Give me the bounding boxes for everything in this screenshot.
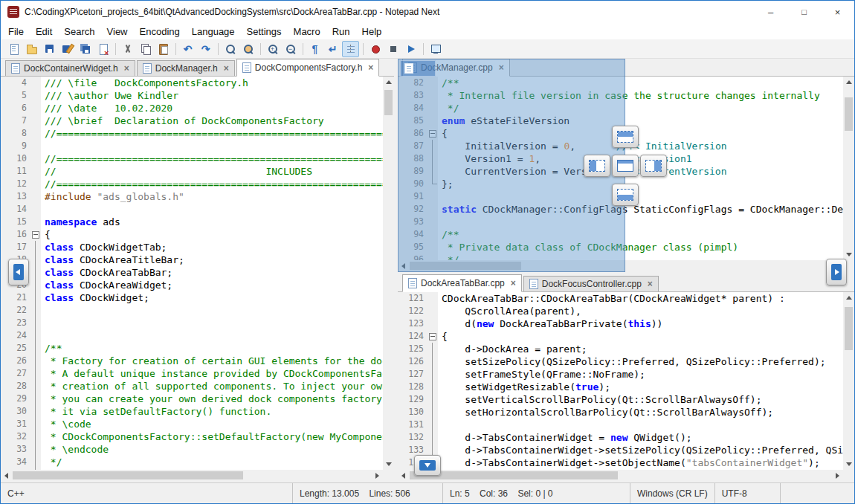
code-line: 12//====================================…	[1, 178, 383, 190]
tab-DockManager.h[interactable]: DockManager.h×	[137, 60, 235, 76]
code-area[interactable]: 121CDockAreaTabBar::CDockAreaTabBar(CDoc…	[398, 292, 843, 470]
tab-close-icon[interactable]: ×	[224, 64, 229, 73]
code-line: 129 setVerticalScrollBarPolicy(Qt::Scrol…	[398, 393, 843, 406]
code-area[interactable]: 4/// \file DockComponentsFactory.h5/// \…	[1, 77, 383, 470]
dock-edge-bottom-icon	[419, 460, 436, 471]
code-text	[41, 140, 45, 152]
scroll-down-arrow[interactable]	[843, 459, 854, 470]
fold-margin	[30, 355, 41, 367]
vertical-scroll-thumb[interactable]	[384, 90, 393, 115]
menu-encoding[interactable]: Encoding	[134, 25, 186, 39]
scroll-right-arrow[interactable]	[832, 470, 843, 481]
replace-button[interactable]	[239, 41, 256, 57]
scroll-up-arrow[interactable]	[843, 77, 854, 88]
tab-DockContainerWidget.h[interactable]: DockContainerWidget.h×	[5, 60, 135, 76]
code-text: class CDockAreaTabBar;	[41, 266, 172, 279]
find-button[interactable]	[222, 41, 239, 57]
status-eol-format[interactable]: Windows (CR LF)	[630, 483, 714, 503]
menu-view[interactable]: View	[101, 25, 134, 39]
copy-button[interactable]	[137, 41, 154, 57]
scroll-right-arrow[interactable]	[372, 470, 383, 481]
scroll-left-arrow[interactable]	[398, 470, 409, 481]
tab-close-icon[interactable]: ×	[124, 64, 129, 73]
redo-button[interactable]: ↷	[197, 41, 214, 57]
fold-marker-icon[interactable]	[30, 228, 41, 241]
top-right-vertical-scrollbar[interactable]	[843, 77, 854, 260]
drop-indicator-edge-left[interactable]	[8, 259, 29, 285]
menu-macro[interactable]: Macro	[288, 25, 326, 39]
fold-margin	[30, 342, 41, 355]
tab-DockFocusController.cpp[interactable]: DockFocusController.cpp×	[523, 276, 659, 291]
bottom-right-editor[interactable]: 121CDockAreaTabBar::CDockAreaTabBar(CDoc…	[398, 292, 854, 481]
tab-close-icon[interactable]: ×	[648, 280, 653, 288]
indent-guide-button[interactable]	[342, 41, 359, 57]
drop-indicator-bottom[interactable]	[612, 184, 639, 206]
scroll-left-arrow[interactable]	[1, 470, 12, 481]
menu-file[interactable]: File	[2, 25, 30, 39]
save-all-button[interactable]	[77, 41, 94, 57]
title-bar[interactable]: C:\CodingXP\cetoni_projects_64bit\QtAdva…	[1, 1, 854, 23]
status-encoding[interactable]: UTF-8	[714, 483, 780, 503]
stop-recording-button[interactable]	[384, 41, 401, 57]
vertical-scroll-thumb[interactable]	[845, 307, 853, 350]
new-file-button[interactable]	[5, 41, 22, 57]
left-vertical-scrollbar[interactable]	[383, 77, 394, 470]
tab-close-icon[interactable]: ×	[511, 279, 516, 288]
fold-margin	[30, 291, 41, 304]
paste-button[interactable]	[155, 41, 172, 57]
replace-icon	[242, 43, 254, 55]
scroll-up-arrow[interactable]	[383, 77, 394, 88]
menu-run[interactable]: Run	[326, 25, 356, 39]
bottom-right-horizontal-scrollbar[interactable]	[398, 470, 843, 481]
line-number: 125	[398, 343, 428, 355]
line-number: 16	[1, 228, 30, 241]
scroll-up-arrow[interactable]	[843, 292, 854, 303]
zoom-out-button[interactable]	[282, 41, 299, 57]
fold-marker-icon[interactable]	[428, 330, 438, 343]
horizontal-scroll-thumb[interactable]	[410, 471, 618, 479]
record-macro-button[interactable]	[367, 41, 384, 57]
drop-indicator-edge-right[interactable]	[826, 259, 847, 285]
status-language[interactable]: C++	[1, 483, 292, 503]
minimize-button[interactable]: –	[754, 1, 787, 23]
menu-edit[interactable]: Edit	[30, 25, 58, 39]
line-number: 17	[1, 241, 30, 253]
tab-DockComponentsFactory.h[interactable]: DockComponentsFactory.h×	[236, 59, 380, 77]
zoom-in-button[interactable]	[264, 41, 281, 57]
drop-indicator-top[interactable]	[612, 126, 639, 148]
code-text: class CDockWidget;	[41, 291, 149, 304]
cut-button[interactable]	[119, 41, 136, 57]
open-file-button[interactable]	[23, 41, 40, 57]
vertical-scroll-thumb[interactable]	[845, 97, 853, 131]
close-file-button[interactable]	[94, 41, 112, 57]
drop-indicator-center[interactable]	[612, 155, 639, 177]
playback-macro-button[interactable]	[402, 41, 419, 57]
menu-language[interactable]: Language	[186, 25, 241, 39]
tab-close-icon[interactable]: ×	[368, 63, 373, 72]
left-horizontal-scrollbar[interactable]	[1, 470, 383, 481]
left-editor[interactable]: 4/// \file DockComponentsFactory.h5/// \…	[1, 77, 394, 481]
word-wrap-button[interactable]: ↵	[324, 41, 341, 57]
toolbar-separator	[423, 43, 424, 55]
drop-indicator-right[interactable]	[640, 155, 667, 177]
save-button[interactable]	[41, 41, 58, 57]
drop-indicator-edge-bottom[interactable]	[414, 455, 441, 476]
undo-icon: ↶	[182, 43, 194, 55]
undo-button[interactable]: ↶	[179, 41, 196, 57]
drop-indicator-left[interactable]	[584, 155, 610, 177]
horizontal-scroll-thumb[interactable]	[13, 471, 243, 479]
menu-search[interactable]: Search	[58, 25, 100, 39]
code-text: setHorizontalScrollBarPolicy(Qt::ScrollB…	[438, 406, 773, 419]
save-as-button[interactable]	[59, 41, 76, 57]
menu-settings[interactable]: Settings	[241, 25, 288, 39]
maximize-button[interactable]: □	[787, 1, 821, 23]
show-all-characters-button[interactable]: ¶	[306, 41, 323, 57]
code-line: 17class CDockWidgetTab;	[1, 241, 383, 253]
fold-margin	[428, 393, 438, 406]
menu-help[interactable]: Help	[356, 25, 388, 39]
tab-DockAreaTabBar.cpp[interactable]: DockAreaTabBar.cpp×	[402, 274, 522, 292]
scroll-down-arrow[interactable]	[383, 459, 394, 470]
external-monitor-button[interactable]	[427, 41, 444, 57]
close-button[interactable]: ×	[821, 1, 854, 23]
bottom-right-vertical-scrollbar[interactable]	[843, 292, 854, 470]
